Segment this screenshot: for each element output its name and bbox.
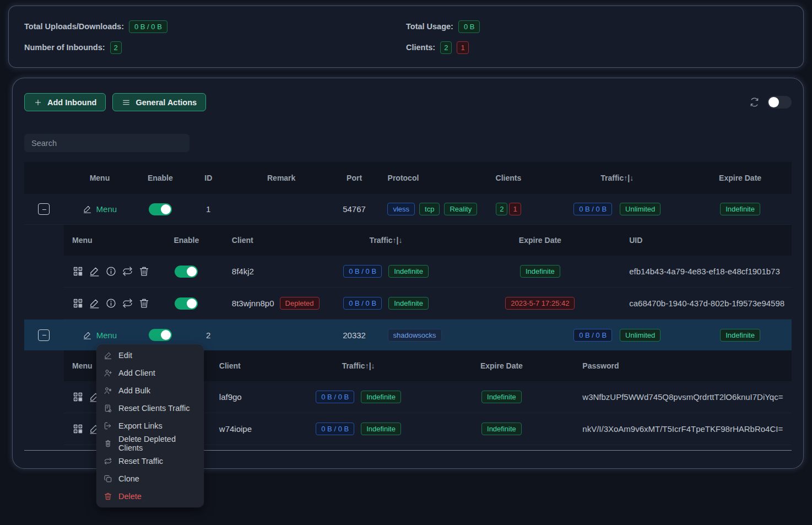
theme-toggle[interactable] xyxy=(767,96,792,109)
expire-badge: Indefinite xyxy=(520,265,560,278)
expire-badge: Indefinite xyxy=(481,423,522,435)
menu-item-label: Add Bulk xyxy=(118,386,150,395)
clients-active-badge: 2 xyxy=(496,203,507,215)
stats-panel: Total Uploads/Downloads: 0 B / 0 B Total… xyxy=(8,6,804,68)
client-expire: Indefinite xyxy=(422,381,582,413)
inbound-protocol-tags: vless tcp Reality xyxy=(377,194,471,224)
stat-usage-label: Total Usage: xyxy=(406,22,453,31)
traffic-total-badge: Unlimited xyxy=(620,329,661,342)
menu-item-reset-clients-traffic[interactable]: Reset Clients Traffic xyxy=(96,399,204,417)
menu-item-reset-traffic[interactable]: Reset Traffic xyxy=(96,452,204,470)
subheader-expire-date: Expire Date xyxy=(452,225,628,256)
collapse-row-button[interactable]: − xyxy=(38,203,50,215)
stat-usage-value-badge: 0 B xyxy=(458,20,480,33)
client-row: 8f4kj2 0 B / 0 B Indefinite Indefinite e… xyxy=(64,256,792,288)
add-inbound-button[interactable]: Add Inbound xyxy=(24,93,106,111)
stat-number-of-inbounds: Number of Inbounds: 2 xyxy=(24,40,406,55)
plus-icon xyxy=(34,98,42,107)
qr-code-icon[interactable] xyxy=(72,297,84,309)
edit-pencil-icon xyxy=(83,204,92,214)
menu-item-export-links[interactable]: Export Links xyxy=(96,417,204,435)
traffic-badge: 0 B / 0 B xyxy=(316,423,354,435)
add-user-icon xyxy=(104,369,112,377)
traffic-total-badge: Unlimited xyxy=(620,203,661,215)
subheader-client: Client xyxy=(213,350,295,381)
stat-clients: Clients: 2 1 xyxy=(406,40,788,55)
client-password: w3NfbzUPf5WWd745Q8pvsmQrdrttT2lO6knuI7Di… xyxy=(581,381,792,413)
subheader-menu: Menu xyxy=(64,225,158,256)
client-password: nkV/I/3XoAm9v6xMT/T5IcrF4TpeTKF98rHARbRo… xyxy=(581,413,792,445)
protocol-tag: tcp xyxy=(419,203,440,215)
reset-traffic-icon[interactable] xyxy=(122,297,133,309)
search-input[interactable] xyxy=(24,134,190,152)
subheader-traffic-sort[interactable]: Traffic↑|↓ xyxy=(295,350,422,381)
theme-toggle-knob xyxy=(768,97,779,107)
traffic-total-badge: Indefinite xyxy=(388,297,429,310)
header-enable: Enable xyxy=(136,162,185,194)
header-expire-date: Expire Date xyxy=(689,162,792,194)
protocol-tag: vless xyxy=(387,203,415,215)
inbound-enable-toggle[interactable] xyxy=(149,329,172,341)
header-remark: Remark xyxy=(232,162,331,194)
refresh-icon[interactable] xyxy=(749,97,760,107)
client-expire: Indefinite xyxy=(452,256,628,287)
info-icon[interactable] xyxy=(105,266,117,277)
delete-depleted-icon xyxy=(104,439,112,448)
stat-total-usage: Total Usage: 0 B xyxy=(406,19,788,34)
toggle-knob xyxy=(187,267,197,277)
header-clients: Clients xyxy=(471,162,545,194)
client-enable-toggle[interactable] xyxy=(175,266,198,278)
depleted-badge: Depleted xyxy=(280,297,320,310)
reset-traffic-icon[interactable] xyxy=(122,266,133,277)
general-actions-button[interactable]: General Actions xyxy=(112,93,206,111)
delete-icon xyxy=(104,492,112,501)
client-expire: 2023-5-7 17:25:42 xyxy=(452,288,628,319)
delete-icon[interactable] xyxy=(138,297,150,309)
menu-item-edit[interactable]: Edit xyxy=(96,347,204,364)
inbound-port: 20332 xyxy=(331,320,378,350)
header-protocol: Protocol xyxy=(378,162,472,194)
edit-pencil-icon[interactable] xyxy=(89,297,100,309)
inbound-enable-toggle[interactable] xyxy=(149,203,172,215)
inbound-clients-counts xyxy=(471,320,545,350)
inbound-context-menu: Edit Add Client Add Bulk Reset Clients T… xyxy=(96,344,204,507)
expire-badge: Indefinite xyxy=(720,203,760,215)
client-enable-toggle[interactable] xyxy=(175,297,198,310)
menu-item-add-client[interactable]: Add Client xyxy=(96,364,204,382)
qr-code-icon[interactable] xyxy=(72,391,84,403)
collapse-row-button[interactable]: − xyxy=(38,329,50,341)
inbound-expire: Indefinite xyxy=(689,320,792,350)
menu-item-clone[interactable]: Clone xyxy=(96,470,204,488)
edit-pencil-icon[interactable] xyxy=(89,266,100,277)
client-name: w74ioipe xyxy=(213,413,295,445)
reset-traffic-icon xyxy=(104,457,112,466)
delete-icon[interactable] xyxy=(138,266,150,277)
clone-icon xyxy=(104,474,112,483)
header-traffic-sort[interactable]: Traffic↑|↓ xyxy=(545,162,689,194)
toggle-knob xyxy=(187,299,197,308)
reset-clients-traffic-icon xyxy=(104,404,112,413)
qr-code-icon[interactable] xyxy=(72,266,84,277)
menu-lines-icon xyxy=(122,98,131,107)
client-row: 8t3wjnn8p0 Depleted 0 B / 0 B Indefinite… xyxy=(64,288,792,320)
stat-uploads-value-badge: 0 B / 0 B xyxy=(129,20,167,33)
info-icon[interactable] xyxy=(105,297,117,309)
client-uid: efb14b43-4a79-4e83-ef18-e48cf1901b73 xyxy=(628,256,792,287)
inbound-expire: Indefinite xyxy=(689,194,792,224)
menu-item-delete[interactable]: Delete xyxy=(96,488,204,505)
subheader-client: Client xyxy=(215,225,320,256)
inbound-protocol-tags: shadowsocks xyxy=(378,320,472,350)
toolbar: Add Inbound General Actions xyxy=(24,93,792,111)
traffic-badge: 0 B / 0 B xyxy=(573,203,612,215)
menu-item-label: Clone xyxy=(118,474,139,483)
subheader-traffic-sort[interactable]: Traffic↑|↓ xyxy=(320,225,452,256)
qr-code-icon[interactable] xyxy=(72,423,84,435)
client-traffic: 0 B / 0 B Indefinite xyxy=(295,381,422,413)
menu-item-delete-depleted-clients[interactable]: Delete Depleted Clients xyxy=(96,435,204,452)
inbound-menu-button[interactable]: Menu xyxy=(83,331,117,340)
client-traffic: 0 B / 0 B Indefinite xyxy=(320,256,452,287)
stat-uploads-label: Total Uploads/Downloads: xyxy=(24,22,124,31)
menu-item-add-bulk[interactable]: Add Bulk xyxy=(96,382,204,399)
inbound-menu-button[interactable]: Menu xyxy=(83,204,117,214)
traffic-badge: 0 B / 0 B xyxy=(316,391,354,403)
